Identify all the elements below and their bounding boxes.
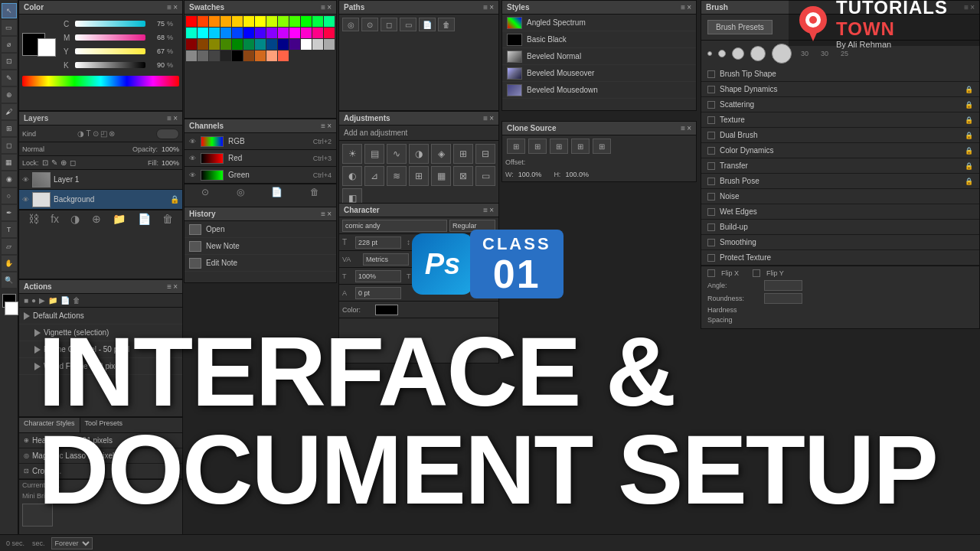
- history-open[interactable]: Open: [185, 221, 336, 238]
- swatch-color[interactable]: [232, 51, 243, 61]
- swatch-color[interactable]: [278, 28, 289, 38]
- adj-brightness[interactable]: ☀: [342, 144, 362, 164]
- clone-src-5[interactable]: ⊞: [593, 139, 611, 154]
- swatch-color[interactable]: [324, 28, 335, 38]
- layers-close[interactable]: ×: [173, 114, 178, 122]
- brush-circle-2[interactable]: [718, 50, 726, 57]
- swatch-color[interactable]: [198, 51, 208, 61]
- char-menu[interactable]: ≡: [483, 206, 488, 214]
- layer-item-layer1[interactable]: 👁 Layer 1: [19, 170, 182, 190]
- swatch-color[interactable]: [289, 39, 300, 50]
- eye-red[interactable]: 👁: [189, 155, 196, 162]
- brush-option-shape-dynamics[interactable]: Shape Dynamics 🔒: [701, 82, 979, 97]
- expand-default-actions[interactable]: [24, 312, 30, 320]
- mask-icon[interactable]: ◑: [70, 213, 80, 225]
- lock-icon-pos[interactable]: ⊕: [60, 158, 67, 167]
- adj-photo[interactable]: ⊿: [364, 166, 384, 186]
- char-scale-input[interactable]: [355, 270, 401, 282]
- checkbox-tip-shape[interactable]: [707, 70, 715, 78]
- styles-close[interactable]: ×: [687, 3, 691, 11]
- color-panel-collapse[interactable]: ≡: [167, 3, 172, 11]
- swatch-color[interactable]: [266, 16, 277, 27]
- swatch-color[interactable]: [220, 16, 231, 27]
- adj-curves[interactable]: ∿: [387, 144, 407, 164]
- checkbox-smoothing[interactable]: [707, 239, 715, 246]
- zoom-tool[interactable]: 🔍: [2, 272, 17, 288]
- swatch-color[interactable]: [232, 28, 243, 38]
- path-mask-icon[interactable]: ▭: [400, 18, 416, 31]
- swatch-color[interactable]: [220, 39, 231, 50]
- swatch-color[interactable]: [312, 39, 323, 50]
- crop-tool[interactable]: ⊡: [2, 54, 17, 69]
- swatch-color[interactable]: [324, 16, 335, 27]
- adj-gradient[interactable]: ▭: [475, 166, 495, 186]
- adj-posterize[interactable]: ▦: [431, 166, 451, 186]
- adj-close[interactable]: ×: [489, 114, 494, 122]
- swatch-color[interactable]: [243, 51, 254, 61]
- brush-tool[interactable]: 🖌: [2, 104, 17, 119]
- layer-item-background[interactable]: 👁 Background 🔒: [19, 190, 182, 210]
- swatch-color[interactable]: [209, 51, 220, 61]
- layers-menu[interactable]: ≡: [167, 114, 172, 122]
- channels-menu[interactable]: ≡: [321, 122, 325, 130]
- lock-icon-artboard[interactable]: ◻: [70, 158, 76, 167]
- clone-src-3[interactable]: ⊞: [550, 139, 568, 154]
- swatch-color[interactable]: [243, 28, 254, 38]
- swatch-color[interactable]: [220, 28, 231, 38]
- dodge-tool[interactable]: ○: [2, 188, 17, 204]
- adj-colorbalance[interactable]: ⊟: [475, 144, 495, 164]
- swatch-color[interactable]: [243, 16, 254, 27]
- checkbox-brush-pose[interactable]: [707, 178, 715, 185]
- adj-menu[interactable]: ≡: [483, 114, 488, 122]
- swatch-color[interactable]: [278, 51, 289, 61]
- swatch-color[interactable]: [198, 28, 208, 38]
- swatch-color[interactable]: [255, 51, 266, 61]
- swatch-color[interactable]: [243, 39, 254, 50]
- style-beveled-mouseover[interactable]: Beveled Mouseover: [502, 65, 696, 82]
- brush-option-smoothing[interactable]: Smoothing: [701, 235, 979, 250]
- checkbox-protect-texture[interactable]: [707, 254, 715, 262]
- swatch-color[interactable]: [255, 39, 266, 50]
- lock-icon-transparent[interactable]: ⊡: [42, 158, 48, 167]
- color-swatch-bg[interactable]: [38, 38, 56, 57]
- checkbox-scattering[interactable]: [707, 101, 715, 109]
- eye-icon-layer1[interactable]: 👁: [22, 176, 29, 184]
- angle-input[interactable]: [764, 280, 802, 291]
- style-beveled-normal[interactable]: Beveled Normal: [502, 48, 696, 65]
- swatch-color[interactable]: [301, 28, 312, 38]
- text-tool[interactable]: T: [2, 222, 17, 237]
- checkbox-transfer[interactable]: [707, 162, 715, 170]
- brush-option-color-dynamics[interactable]: Color Dynamics 🔒: [701, 143, 979, 158]
- swatch-color[interactable]: [266, 28, 277, 38]
- style-basic-black[interactable]: Basic Black: [502, 31, 696, 48]
- brush-circle-3[interactable]: [732, 47, 744, 60]
- char-metrics-input[interactable]: [363, 253, 409, 266]
- swatch-color[interactable]: [186, 28, 197, 38]
- adj-vibrance[interactable]: ◈: [431, 144, 451, 164]
- swatch-color[interactable]: [301, 16, 312, 27]
- delete-layer-icon[interactable]: 🗑: [162, 213, 173, 225]
- channel-green[interactable]: 👁 Green Ctrl+4: [185, 167, 336, 184]
- hand-tool[interactable]: ✋: [2, 256, 17, 271]
- adj-threshold[interactable]: ⊠: [453, 166, 473, 186]
- paths-menu[interactable]: ≡: [483, 3, 488, 11]
- swatch-color[interactable]: [232, 39, 243, 50]
- color-spectrum[interactable]: [22, 76, 179, 86]
- channel-red[interactable]: 👁 Red Ctrl+3: [185, 150, 336, 167]
- brush-option-dual-brush[interactable]: Dual Brush 🔒: [701, 128, 979, 143]
- clone-menu[interactable]: ≡: [681, 124, 685, 132]
- swatch-color[interactable]: [232, 16, 243, 27]
- adj-levels[interactable]: ▤: [364, 144, 384, 164]
- swatch-color[interactable]: [312, 28, 323, 38]
- adj-channel-mixer[interactable]: ≋: [387, 166, 407, 186]
- checkbox-dual-brush[interactable]: [707, 132, 715, 139]
- eye-rgb[interactable]: 👁: [189, 138, 196, 145]
- swatch-color[interactable]: [289, 28, 300, 38]
- lock-icon-image[interactable]: ✎: [51, 158, 57, 167]
- path-new-icon[interactable]: 📄: [419, 18, 436, 31]
- history-menu[interactable]: ≡: [321, 210, 325, 218]
- adj-hsl[interactable]: ⊞: [453, 144, 473, 164]
- swatch-color[interactable]: [186, 51, 197, 61]
- path-stroke-icon[interactable]: ⊙: [361, 18, 378, 31]
- time-select[interactable]: Forever: [51, 537, 93, 549]
